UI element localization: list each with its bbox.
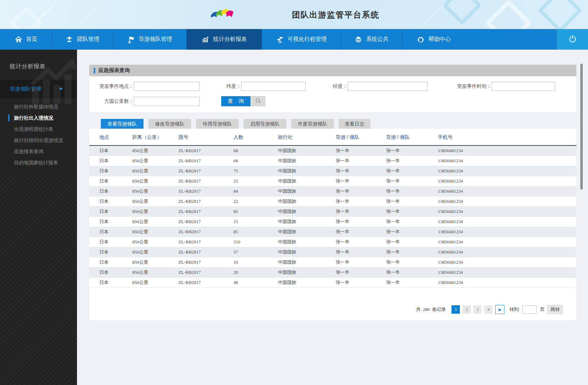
header-decoration [538,0,582,29]
table-cell: 13856681234 [433,247,576,257]
table-cell: 日本 [89,206,127,216]
nav-item-home[interactable]: 首页 [0,29,52,50]
nav-item-guide-mgmt[interactable]: 导游领队管理 [113,29,187,50]
column-header-guide-2: 导游 / 领队 [381,129,433,145]
jump-button[interactable]: 跳转 [547,305,563,314]
table-cell: 856公里 [127,166,174,176]
signpost-icon [276,36,284,43]
nav-item-stats-reports[interactable]: 统计分析报表 [187,29,262,50]
table-cell: 张一丰 [331,257,381,267]
table-row: 日本856公里ZL-RB201710中国国旅张一丰张一丰13856681234 [89,257,576,267]
table-row: 日本856公里ZL-RB201768中国国旅张一丰张一丰13856681234 [89,156,576,166]
table-cell: 张一丰 [381,257,433,267]
next-page-button[interactable]: ▶ [495,305,504,314]
page-button-1[interactable]: 1 [451,305,460,314]
table-cell: 856公里 [127,247,174,257]
nav-item-label: 帮助中心 [428,36,451,43]
table-cell: 日本 [89,257,127,267]
incident-time-input[interactable] [491,82,555,91]
tab-view-logs[interactable]: 查看日志 [339,119,370,129]
sidebar-item-destination-stats[interactable]: 目的地国家统计报表 [0,157,77,168]
table-cell: 856公里 [127,186,174,196]
latitude-input[interactable] [241,82,306,91]
table-cell: 13856681234 [433,145,576,156]
column-header-phone: 手机号 [433,129,576,145]
nav-item-help-center[interactable]: 帮助中心 [402,29,465,50]
sidebar-section-title: 统计分析报表 [0,50,77,80]
table-cell: 856公里 [127,257,174,267]
sidebar-item-entry-exit[interactable]: 旅行社出入境情况 [0,112,77,123]
table-cell: 张一丰 [381,145,433,156]
table-cell: 张一丰 [381,227,433,237]
table-cell: 856公里 [127,227,174,237]
table-cell: 张一丰 [381,156,433,166]
tab-view-guides[interactable]: 查看导游领队 [101,119,144,129]
tab-disable-guides[interactable]: 停用导游领队 [196,119,239,129]
table-cell: 20 [229,267,273,277]
nav-item-visual-itinerary[interactable]: 可视化行程管理 [262,29,341,50]
action-tabs: 查看导游领队 修改导游领队 停用导游领队 启用导游领队 作废导游领队 查看日志 [101,119,375,129]
table-cell: 13856681234 [433,156,576,166]
table-cell: 25 [229,176,273,186]
table-cell: 张一丰 [331,166,381,176]
table-cell: 张一丰 [331,176,381,186]
sidebar-item-outbound-group-stats[interactable]: 出境游组团统计表 [0,123,77,135]
table-cell: 中国国旅 [273,145,331,156]
table-cell: 10 [229,257,273,267]
longitude-input[interactable] [348,82,428,91]
nav-item-team-mgmt[interactable]: 团队管理 [52,29,113,50]
goto-page-input[interactable] [523,305,537,314]
logout-button[interactable] [556,29,588,50]
sidebar: 统计分析报表 导游领队管理 旅行社外联接待情况 旅行社出入境情况 出境游组团统计… [0,50,77,385]
nav-item-system-public[interactable]: 系统公共 [341,29,402,50]
headset-icon [417,36,425,43]
header-decoration [23,0,61,29]
table-cell: 13856681234 [433,186,576,196]
incident-time-label: 突发事件时间： [451,83,491,90]
next-page-icon: ▶ [498,307,501,312]
table-cell: 中国国旅 [273,156,331,166]
sidebar-item-agency-liaison[interactable]: 旅行社外联接待情况 [0,101,77,112]
table-cell: 856公里 [127,277,174,287]
home-icon [15,36,22,43]
records-total-prefix: 共 [416,307,421,312]
app-header: 团队出游监管平台系统 [0,0,588,29]
table-cell: 张一丰 [331,156,381,166]
tab-enable-guides[interactable]: 启用导游领队 [244,119,286,129]
table-cell: 日本 [89,186,127,196]
table-cell: 张一丰 [331,206,381,216]
table-row: 日本856公里ZL-RB201748中国国旅张一丰张一丰13856681234 [89,277,576,287]
sidebar-item-agency-outbound[interactable]: 旅行社组织出境游情况 [0,135,77,146]
table-cell: 13856681234 [433,176,576,186]
table-cell: 中国国旅 [273,206,331,216]
tab-edit-guides[interactable]: 修改导游领队 [148,119,191,129]
results-table-card: 地点 距离（公里） 团号 人数 旅行社 导游 / 领队 导游 / 领队 手机号 … [89,129,576,320]
page-button-3[interactable]: 3 [473,305,482,314]
column-header-guide-1: 导游 / 领队 [331,129,381,145]
search-button[interactable]: 查 询 [221,96,251,106]
latitude-label: 纬度： [221,83,241,90]
table-cell: ZL-RB2017 [174,196,229,206]
tab-void-guides[interactable]: 作废导游领队 [291,119,334,129]
nav-item-label: 团队管理 [77,36,99,43]
table-cell: 张一丰 [331,196,381,206]
table-cell: ZL-RB2017 [174,186,229,196]
column-header-agency: 旅行社 [273,129,331,145]
sidebar-item-emergency-report[interactable]: 应急报表查询 [0,146,77,157]
panel-accent-bar [94,68,95,73]
table-cell: 856公里 [127,176,174,186]
table-cell: 张一丰 [331,227,381,237]
table-cell: ZL-RB2017 [174,227,229,237]
scrollbar[interactable] [580,64,583,190]
magnifier-button[interactable] [251,96,265,106]
table-header-row: 地点 距离（公里） 团号 人数 旅行社 导游 / 领队 导游 / 领队 手机号 [89,129,576,145]
page-button-4[interactable]: 4 [484,305,492,314]
header-decoration [9,6,44,29]
table-row: 日本856公里ZL-RB201757中国国旅张一丰张一丰13856681234 [89,247,576,257]
radius-km-input[interactable] [134,97,200,106]
table-cell: 856公里 [127,156,174,166]
page-button-2[interactable]: 2 [462,305,471,314]
table-cell: 中国国旅 [273,247,331,257]
header-decoration [485,0,532,29]
incident-location-input[interactable] [134,82,200,91]
